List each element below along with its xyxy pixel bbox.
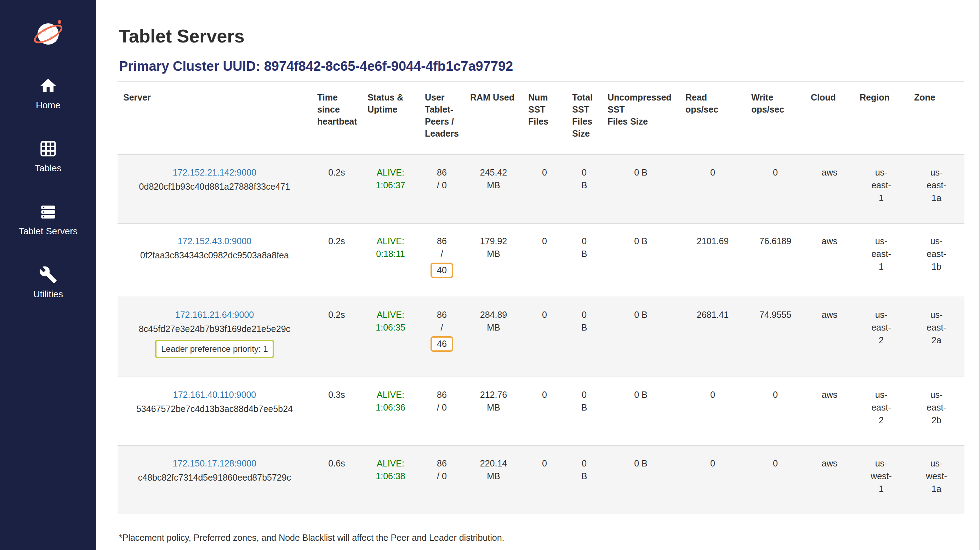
region-cell: us- east- 2	[854, 297, 908, 377]
sidebar-item-tables[interactable]: Tables	[19, 140, 78, 174]
ram-used-cell: 220.14 MB	[465, 446, 523, 514]
app-window: Home Tables	[0, 0, 980, 550]
cloud-cell: aws	[805, 155, 854, 223]
tserver-row: 172.161.40.110:900053467572be7c4d13b3ac8…	[118, 377, 964, 446]
cluster-uuid-heading: Primary Cluster UUID: 8974f842-8c65-4e6f…	[119, 59, 961, 74]
sidebar-item-home[interactable]: Home	[19, 76, 78, 111]
read-ops-cell: 0	[680, 446, 746, 514]
region-cell: us- east- 1	[854, 223, 908, 297]
peers-value: 86 / 0	[425, 457, 459, 483]
zone-cell: us- east- 2b	[908, 377, 964, 446]
peers-leaders-cell: 86 / 0	[419, 155, 465, 223]
tablet-servers-icon	[39, 202, 57, 221]
zone-cell: us- west- 1a	[908, 446, 964, 514]
server-cell: 172.161.21.64:90008c45fd27e3e24b7b93f169…	[118, 297, 312, 377]
table-header-row: ServerTime since heartbeatStatus & Uptim…	[118, 82, 964, 155]
sidebar-item-tablet-servers[interactable]: Tablet Servers	[19, 202, 78, 237]
peers-leaders-cell: 86 /40	[419, 223, 465, 297]
cloud-cell: aws	[805, 446, 854, 514]
column-header-server: Server	[118, 82, 312, 155]
tserver-row: 172.152.43.0:90000f2faa3c834343c0982dc95…	[118, 223, 964, 297]
tserver-row: 172.152.21.142:90000d820cf1b93c40d881a27…	[118, 155, 964, 223]
read-ops-cell: 0	[680, 377, 746, 446]
column-header-uncompressed-sst: Uncompressed SST Files Size	[602, 82, 680, 155]
uncompressed-sst-size-cell: 0 B	[602, 446, 680, 514]
server-link[interactable]: 172.161.21.64:9000	[175, 308, 254, 321]
column-header-status: Status & Uptime	[362, 82, 419, 155]
server-link[interactable]: 172.161.40.110:9000	[173, 389, 256, 401]
server-uuid: c48bc82fc7314d5e91860eed87b5729c	[123, 471, 306, 484]
cloud-cell: aws	[805, 297, 854, 377]
total-sst-size-cell: 0 B	[566, 155, 602, 223]
write-ops-cell: 0	[746, 155, 805, 223]
server-link[interactable]: 172.152.43.0:9000	[178, 235, 252, 248]
total-sst-size-cell: 0 B	[566, 446, 602, 514]
tserver-row: 172.161.21.64:90008c45fd27e3e24b7b93f169…	[118, 297, 964, 377]
server-cell: 172.152.21.142:90000d820cf1b93c40d881a27…	[118, 155, 312, 223]
peers-value: 86 / 0	[425, 389, 459, 414]
peers-leaders-cell: 86 /46	[419, 297, 465, 377]
column-header-num-sst: Num SST Files	[523, 82, 566, 155]
placement-footnote: *Placement policy, Preferred zones, and …	[119, 532, 961, 544]
sidebar-item-label: Home	[36, 100, 60, 111]
heartbeat-cell: 0.2s	[312, 297, 362, 377]
yugabyte-logo[interactable]	[30, 16, 66, 51]
region-cell: us- east- 1	[854, 155, 908, 223]
zone-cell: us- east- 2a	[908, 297, 964, 377]
num-sst-files-cell: 0	[523, 377, 566, 446]
server-link[interactable]: 172.150.17.128:9000	[173, 457, 256, 470]
leaders-highlight-badge: 40	[431, 262, 453, 278]
leader-preference-badge: Leader preference priority: 1	[155, 340, 274, 358]
leaders-badge-wrap: 46	[425, 334, 459, 352]
column-header-peers: User Tablet- Peers / Leaders	[419, 82, 465, 155]
sidebar-item-utilities[interactable]: Utilities	[19, 265, 78, 300]
home-icon	[39, 76, 57, 95]
zone-cell: us- east- 1a	[908, 155, 964, 223]
write-ops-cell: 74.9555	[746, 297, 805, 377]
peers-leaders-cell: 86 / 0	[419, 377, 465, 446]
page-title: Tablet Servers	[119, 25, 961, 48]
cloud-cell: aws	[805, 377, 854, 446]
heartbeat-cell: 0.6s	[312, 446, 362, 514]
tables-icon	[39, 140, 57, 158]
column-header-write-ops: Write ops/sec	[746, 82, 805, 155]
main-content: Tablet Servers Primary Cluster UUID: 897…	[96, 0, 979, 550]
num-sst-files-cell: 0	[523, 297, 566, 377]
column-header-cloud: Cloud	[805, 82, 854, 155]
uncompressed-sst-size-cell: 0 B	[602, 223, 680, 297]
num-sst-files-cell: 0	[523, 223, 566, 297]
peers-leaders-cell: 86 / 0	[419, 446, 465, 514]
server-cell: 172.152.43.0:90000f2faa3c834343c0982dc95…	[118, 223, 312, 297]
total-sst-size-cell: 0 B	[566, 297, 602, 377]
cloud-cell: aws	[805, 223, 854, 297]
zone-cell: us- east- 1b	[908, 223, 964, 297]
column-header-read-ops: Read ops/sec	[680, 82, 746, 155]
peers-value: 86 /	[425, 235, 459, 261]
tablet-servers-table: ServerTime since heartbeatStatus & Uptim…	[118, 81, 964, 514]
heartbeat-cell: 0.2s	[312, 155, 362, 223]
uncompressed-sst-size-cell: 0 B	[602, 155, 680, 223]
region-cell: us- west- 1	[854, 446, 908, 514]
uncompressed-sst-size-cell: 0 B	[602, 297, 680, 377]
ram-used-cell: 179.92 MB	[465, 223, 523, 297]
sidebar-item-label: Tablet Servers	[19, 226, 78, 237]
write-ops-cell: 76.6189	[746, 223, 805, 297]
server-cell: 172.150.17.128:9000c48bc82fc7314d5e91860…	[118, 446, 312, 514]
total-sst-size-cell: 0 B	[566, 223, 602, 297]
utilities-icon	[39, 265, 57, 284]
server-uuid: 8c45fd27e3e24b7b93f169de21e5e29c	[123, 323, 306, 335]
status-uptime-cell: ALIVE: 0:18:11	[362, 223, 419, 297]
column-header-ram: RAM Used	[465, 82, 523, 155]
heartbeat-cell: 0.3s	[312, 377, 362, 446]
column-header-heartbeat: Time since heartbeat	[312, 82, 362, 155]
status-uptime-cell: ALIVE: 1:06:37	[362, 155, 419, 223]
write-ops-cell: 0	[746, 446, 805, 514]
peers-value: 86 / 0	[425, 166, 459, 192]
column-header-zone: Zone	[908, 82, 964, 155]
uncompressed-sst-size-cell: 0 B	[602, 377, 680, 446]
status-uptime-cell: ALIVE: 1:06:38	[362, 446, 419, 514]
num-sst-files-cell: 0	[523, 155, 566, 223]
server-link[interactable]: 172.152.21.142:9000	[173, 166, 256, 179]
table-header: ServerTime since heartbeatStatus & Uptim…	[118, 82, 964, 155]
status-uptime-cell: ALIVE: 1:06:35	[362, 297, 419, 377]
